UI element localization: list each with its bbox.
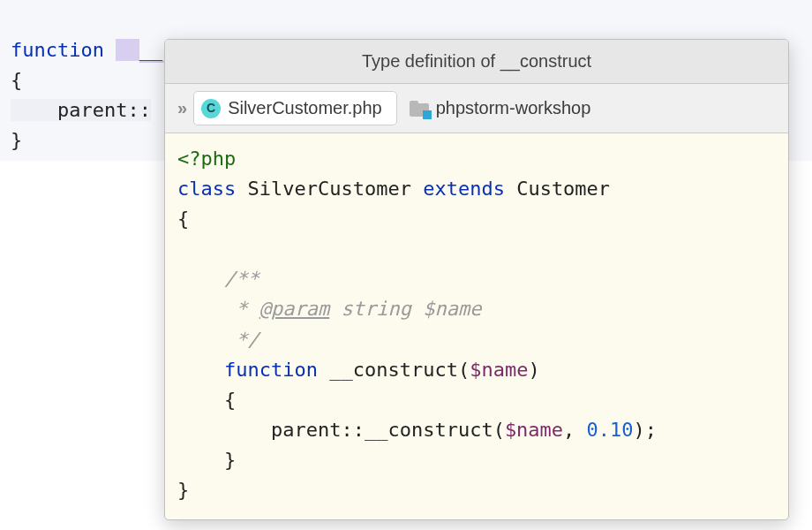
param-name: $name	[470, 359, 528, 381]
popup-breadcrumbs: » C SilverCustomer.php phpstorm-workshop	[165, 84, 788, 133]
class-brace-close: }	[177, 479, 189, 501]
class-name: SilverCustomer	[247, 178, 410, 200]
parent-scope: parent::	[57, 99, 151, 121]
selection-underscore	[116, 39, 139, 61]
arg-name: $name	[505, 419, 563, 441]
brace-close: }	[11, 129, 22, 151]
method-brace-close: }	[224, 449, 236, 471]
close-paren: )	[528, 359, 539, 381]
breadcrumb-project-label: phpstorm-workshop	[436, 95, 591, 122]
docblock-line: * @param string $name	[224, 298, 481, 320]
keyword-class: class	[177, 178, 236, 200]
keyword-function: function	[11, 39, 104, 61]
keyword-function: function	[224, 359, 318, 381]
indent	[11, 99, 57, 121]
popup-title: Type definition of __construct	[165, 40, 788, 84]
class-brace-open: {	[177, 208, 189, 230]
breadcrumb-more-icon[interactable]: »	[177, 95, 184, 122]
type-definition-popup: Type definition of __construct » C Silve…	[164, 39, 789, 520]
class-file-icon: C	[201, 99, 221, 118]
brace-open: {	[11, 69, 22, 91]
arg-number: 0.10	[587, 419, 634, 441]
parent-call-prefix: parent::__construct(	[271, 419, 505, 441]
breadcrumb-file-label: SilverCustomer.php	[228, 95, 382, 122]
breadcrumb-project[interactable]: phpstorm-workshop	[406, 95, 591, 122]
popup-code[interactable]: <?php class SilverCustomer extends Custo…	[165, 133, 788, 519]
method-name: __construct	[329, 359, 458, 381]
super-class-name: Customer	[516, 178, 610, 200]
docblock-open: /**	[224, 268, 259, 290]
breadcrumb-file[interactable]: C SilverCustomer.php	[193, 91, 397, 125]
docblock-close: */	[224, 329, 259, 351]
keyword-extends: extends	[423, 178, 505, 200]
comma: ,	[563, 419, 587, 441]
open-paren: (	[458, 359, 470, 381]
method-brace-open: {	[224, 389, 236, 411]
php-open-tag: <?php	[177, 148, 236, 170]
docblock-tag-param: @param	[259, 298, 329, 320]
folder-icon	[410, 101, 429, 117]
call-close: );	[634, 419, 658, 441]
